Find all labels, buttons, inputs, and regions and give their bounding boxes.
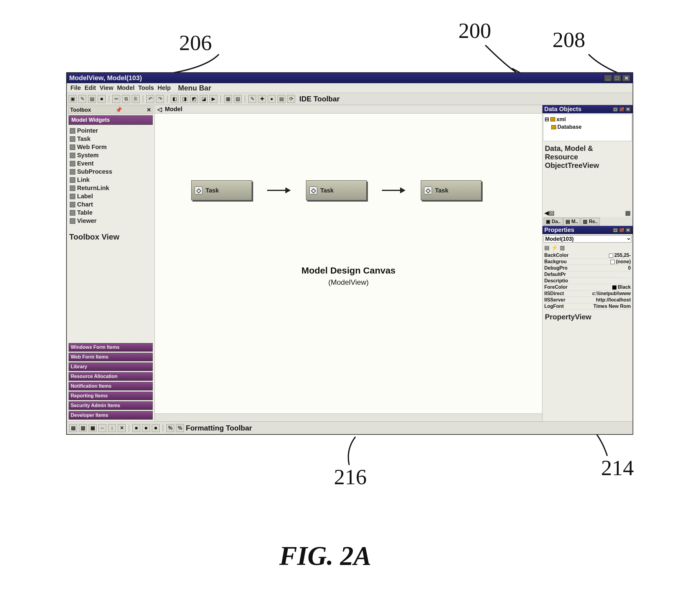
canvas-tab-back-icon[interactable]: ◁ [157,106,162,113]
maximize-button[interactable]: □ [613,75,621,81]
data-objects-tree[interactable]: ⊟ xml Database [543,114,632,141]
toolbar-button[interactable]: ▦ [224,95,232,103]
format-button[interactable]: ▥ [79,424,87,432]
toolbar-button[interactable]: ■ [98,95,106,103]
panel-dock-icon[interactable]: ▢ [612,107,618,112]
property-row[interactable]: Descriptio [544,278,631,284]
toolbox-item-webform[interactable]: Web Form [69,143,152,151]
toolbox-section[interactable]: Security Admin Items [69,401,153,410]
toolbox-item-subprocess[interactable]: SubProcess [69,168,152,176]
task-node[interactable]: ◇ Task [421,180,481,200]
toolbar-button[interactable]: ◧ [171,95,178,103]
toolbar-button[interactable]: ◩ [190,95,198,103]
toolbar-button[interactable]: ✎ [248,95,256,103]
property-row[interactable]: IISServerhttp://localhost [544,297,631,303]
property-row[interactable]: ForeColorBlack [544,284,631,291]
toolbar-button[interactable]: ↷ [156,95,164,103]
toolbar-button[interactable]: ▤ [277,95,285,103]
toolbar-button[interactable]: ▣ [69,95,76,103]
properties-grid[interactable]: BackColor255,25- Backgrou(none) DebugPro… [543,252,633,310]
toolbox-item-table[interactable]: Table [69,208,152,217]
toolbar-button[interactable]: ⟳ [287,95,295,103]
toolbox-section[interactable]: Web Form Items [69,353,153,361]
toolbar-button[interactable]: ⎘ [132,95,140,103]
toolbox-category[interactable]: Model Widgets [69,115,153,125]
toolbar-button[interactable]: ◪ [200,95,208,103]
toolbox-item-task[interactable]: Task [69,135,152,143]
toolbox-section[interactable]: Windows Form Items [69,343,153,352]
prop-cat-icon[interactable]: ⚡ [551,244,558,251]
property-row[interactable]: DefaultPr [544,271,631,278]
tree-item[interactable]: Database [545,123,630,131]
toolbar-button[interactable]: ▤ [88,95,96,103]
format-button[interactable]: % [176,424,184,432]
mini-tab[interactable]: ▣ Da.. [544,218,563,225]
mini-tab[interactable]: ▥ Re.. [581,218,600,225]
format-button[interactable]: ■ [142,424,150,432]
menu-model[interactable]: Model [116,84,136,91]
toolbox-section[interactable]: Reporting Items [69,392,153,400]
properties-select-input[interactable]: Model(103) [544,235,631,243]
panel-close-icon[interactable]: ✕ [625,228,631,232]
property-row[interactable]: Backgrou(none) [544,259,631,265]
prop-sort-icon[interactable]: ▤ [544,244,549,251]
toolbar-button[interactable]: ✎ [78,95,86,103]
panel-pin-icon[interactable]: 📌 [619,228,624,232]
panel-dock-icon[interactable]: ▢ [612,228,618,232]
property-row[interactable]: DebugPro0 [544,265,631,271]
menu-view[interactable]: View [98,84,115,91]
format-button[interactable]: ▦ [89,424,97,432]
toolbar-button[interactable]: ▶ [209,95,217,103]
format-button[interactable]: ■ [132,424,140,432]
menu-help[interactable]: Help [156,84,172,91]
toolbox-item-returnlink[interactable]: ReturnLink [69,184,152,192]
menu-edit[interactable]: Edit [83,84,97,91]
tree-item[interactable]: ⊟ xml [545,115,630,123]
canvas-tab-model[interactable]: Model [165,106,182,113]
toolbox-item-link[interactable]: Link [69,176,152,184]
property-row[interactable]: LogFontTimes New Rom [544,303,631,310]
menu-tools[interactable]: Tools [137,84,155,91]
format-button[interactable]: ↕ [108,424,116,432]
property-row[interactable]: BackColor255,25- [544,252,631,259]
prop-page-icon[interactable]: ▥ [560,244,565,251]
toolbox-item-viewer[interactable]: Viewer [69,217,152,225]
toolbar-button[interactable]: ✚ [258,95,266,103]
task-node[interactable]: ◇ Task [191,180,252,200]
toolbox-item-label[interactable]: Label [69,192,152,200]
design-canvas[interactable]: ◇ Task ◇ Task ◇ Task [155,114,542,414]
format-button[interactable]: ■ [152,424,160,432]
toolbox-item-system[interactable]: System [69,151,152,159]
toolbox-close-icon[interactable]: ✕ [147,106,151,113]
toolbox-section[interactable]: Library [69,363,153,371]
property-row[interactable]: IISDirectc:\\inetpub\\www [544,291,631,297]
properties-object-select[interactable]: Model(103) [544,235,631,243]
panel-close-icon[interactable]: ✕ [625,107,631,112]
format-button[interactable]: % [166,424,174,432]
tree-nav-icon[interactable]: ◀▤ [544,209,555,217]
toolbox-section[interactable]: Developer Items [69,411,153,420]
toolbar-button[interactable]: ↶ [146,95,154,103]
minimize-button[interactable]: _ [604,75,612,81]
toolbox-section[interactable]: Resource Allocation [69,372,153,381]
panel-pin-icon[interactable]: 📌 [619,107,624,112]
toolbox-section[interactable]: Notification Items [69,382,153,391]
toolbar-button[interactable]: ⧉ [122,95,130,103]
mini-tab[interactable]: ▤ M.. [564,218,580,225]
toolbox-item-event[interactable]: Event [69,159,152,168]
toolbar-button[interactable]: ✂ [112,95,120,103]
toolbar-button[interactable]: ● [268,95,276,103]
menu-file[interactable]: File [69,84,82,91]
tree-zoom-icon[interactable]: ▦ [625,209,631,217]
toolbar-button[interactable]: ◨ [180,95,188,103]
toolbar-button[interactable]: ▧ [234,95,242,103]
properties-header: Properties ▢ 📌 ✕ [543,226,633,234]
toolbox-pin-icon[interactable]: 📌 [115,106,122,113]
format-button[interactable]: ✕ [118,424,126,432]
close-button[interactable]: ✕ [622,75,630,81]
format-button[interactable]: ↔ [98,424,106,432]
toolbox-item-pointer[interactable]: Pointer [69,127,152,135]
format-button[interactable]: ▤ [69,424,77,432]
toolbox-item-chart[interactable]: Chart [69,200,152,208]
task-node[interactable]: ◇ Task [306,180,367,200]
